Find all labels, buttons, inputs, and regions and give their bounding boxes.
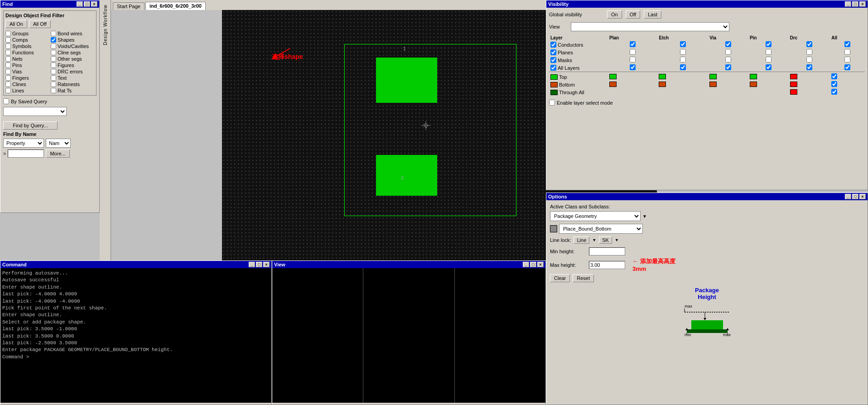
cb-shapes-input[interactable]: [51, 37, 56, 43]
through-all-all-cb[interactable]: [831, 89, 837, 95]
cb-clines-input[interactable]: [5, 82, 11, 87]
through-all-drc-swatch[interactable]: [790, 89, 797, 95]
all-layers-all-cb[interactable]: [844, 64, 850, 70]
min-height-input[interactable]: [589, 247, 625, 256]
clear-button[interactable]: Clear: [550, 274, 570, 282]
conductors-drc-cb[interactable]: [806, 41, 812, 47]
all-layers-pin-cb[interactable]: [766, 64, 772, 70]
top-pin-swatch[interactable]: [750, 74, 757, 79]
masks-plan-cb[interactable]: [630, 57, 636, 63]
name-dropdown[interactable]: Nam ▼: [46, 139, 71, 148]
cmd-minimize-btn[interactable]: _: [249, 262, 255, 267]
global-vis-off-btn[interactable]: Off: [626, 10, 640, 19]
global-vis-last-btn[interactable]: Last: [644, 10, 661, 19]
top-color-swatch[interactable]: [550, 74, 558, 80]
view-maximize-btn[interactable]: □: [530, 262, 536, 267]
planes-cb[interactable]: [550, 49, 556, 55]
cb-figures-input[interactable]: [51, 63, 56, 68]
saved-query-checkbox[interactable]: [3, 98, 9, 104]
find-panel-title[interactable]: Find _ □ ×: [0, 0, 99, 8]
all-layers-etch-cb[interactable]: [680, 64, 686, 70]
top-plan-swatch[interactable]: [609, 74, 617, 79]
masks-etch-cb[interactable]: [680, 57, 686, 63]
cmd-maximize-btn[interactable]: □: [256, 262, 262, 267]
tab-active[interactable]: ind_6r600_6r200_3r00: [145, 2, 206, 10]
cmd-close-btn[interactable]: ×: [263, 262, 270, 267]
top-drc-swatch[interactable]: [790, 74, 797, 79]
planes-plan-cb[interactable]: [630, 49, 636, 55]
top-all-cb[interactable]: [831, 73, 837, 79]
through-all-color-swatch[interactable]: [550, 90, 558, 95]
cb-comps-input[interactable]: [5, 37, 11, 43]
bottom-via-swatch[interactable]: [709, 82, 717, 87]
cb-text-input[interactable]: [51, 75, 56, 81]
cb-groups-input[interactable]: [5, 31, 11, 36]
cb-functions-input[interactable]: [5, 50, 11, 55]
property-dropdown[interactable]: Property: [3, 139, 44, 148]
conductors-etch-cb[interactable]: [680, 41, 686, 47]
max-height-input[interactable]: [589, 261, 625, 269]
cb-rat-ts-input[interactable]: [51, 88, 56, 93]
saved-query-dropdown[interactable]: [3, 107, 67, 116]
cb-other-segs-input[interactable]: [51, 56, 56, 62]
conductors-via-cb[interactable]: [725, 41, 731, 47]
options-close-btn[interactable]: ×: [859, 194, 866, 199]
sk-btn[interactable]: SK: [599, 236, 612, 244]
planes-drc-cb[interactable]: [806, 49, 812, 55]
find-by-query-button[interactable]: Find by Query...: [3, 121, 58, 130]
cb-nets-input[interactable]: [5, 56, 11, 62]
options-minimize-btn[interactable]: _: [845, 194, 851, 199]
masks-pin-cb[interactable]: [766, 57, 772, 63]
line-btn[interactable]: Line: [574, 236, 589, 244]
subclass-color-box[interactable]: [550, 225, 557, 232]
conductors-all-cb[interactable]: [844, 41, 850, 47]
cb-vias-input[interactable]: [5, 69, 11, 74]
cb-voids-input[interactable]: [51, 43, 56, 49]
planes-via-cb[interactable]: [725, 49, 731, 55]
top-etch-swatch[interactable]: [659, 74, 666, 79]
masks-drc-cb[interactable]: [806, 57, 812, 63]
cb-cline-segs-input[interactable]: [51, 50, 56, 55]
find-maximize-btn[interactable]: □: [84, 1, 90, 7]
global-vis-on-btn[interactable]: On: [607, 10, 622, 19]
more-button[interactable]: More...: [46, 149, 69, 158]
conductors-cb[interactable]: [550, 42, 556, 48]
name-search-input[interactable]: [8, 149, 44, 158]
bottom-color-swatch[interactable]: [550, 82, 558, 87]
all-layers-plan-cb[interactable]: [630, 64, 636, 70]
options-panel-title[interactable]: Options _ □ ×: [546, 193, 868, 200]
bottom-plan-swatch[interactable]: [609, 82, 617, 87]
planes-all-cb[interactable]: [844, 49, 850, 55]
cb-symbols-input[interactable]: [5, 43, 11, 49]
visibility-panel-title[interactable]: Visibility _ □ ×: [546, 0, 868, 8]
all-layers-cb[interactable]: [550, 65, 556, 71]
find-minimize-btn[interactable]: _: [77, 1, 83, 7]
masks-via-cb[interactable]: [725, 57, 731, 63]
reset-button[interactable]: Reset: [573, 274, 594, 282]
bottom-all-cb[interactable]: [831, 81, 837, 87]
cb-drc-errors-input[interactable]: [51, 69, 56, 74]
view-minimize-btn[interactable]: _: [523, 262, 529, 267]
enable-layer-select-cb[interactable]: [549, 100, 555, 106]
bottom-etch-swatch[interactable]: [659, 82, 666, 87]
masks-all-cb[interactable]: [844, 57, 850, 63]
cb-ratsnests-input[interactable]: [51, 82, 56, 87]
conductors-pin-cb[interactable]: [766, 41, 772, 47]
options-maximize-btn[interactable]: □: [852, 194, 858, 199]
vis-maximize-btn[interactable]: □: [852, 1, 858, 7]
subclass-dropdown[interactable]: Place_Bound_Bottom: [559, 224, 643, 234]
bottom-pin-swatch[interactable]: [750, 82, 757, 87]
class-dropdown[interactable]: Package Geometry: [550, 211, 641, 221]
top-via-swatch[interactable]: [709, 74, 717, 79]
all-layers-via-cb[interactable]: [725, 64, 731, 70]
cb-fingers-input[interactable]: [5, 75, 11, 81]
command-panel-title[interactable]: Command _ □ ×: [0, 261, 271, 268]
vis-minimize-btn[interactable]: _: [845, 1, 851, 7]
cb-bond-wires-input[interactable]: [51, 31, 56, 36]
find-close-btn[interactable]: ×: [91, 1, 97, 7]
conductors-plan-cb[interactable]: [630, 41, 636, 47]
planes-etch-cb[interactable]: [680, 49, 686, 55]
vis-close-btn[interactable]: ×: [859, 1, 866, 7]
all-layers-drc-cb[interactable]: [806, 64, 812, 70]
tab-start-page[interactable]: Start Page: [113, 2, 145, 10]
